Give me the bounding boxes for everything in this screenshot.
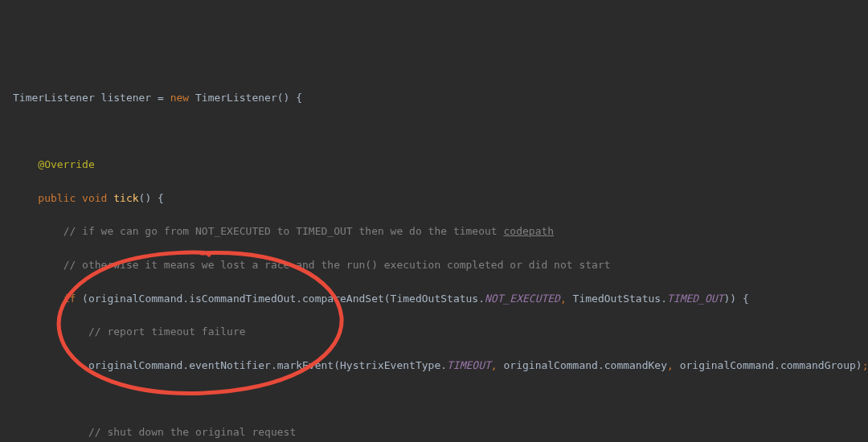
- comment: // shut down the original request: [88, 426, 296, 438]
- annotation-override: @Override: [38, 158, 94, 170]
- code-editor[interactable]: TimerListener listener = new TimerListen…: [13, 73, 868, 442]
- code-line: [13, 124, 868, 141]
- code-line: originalCommand.eventNotifier.markEvent(…: [13, 358, 868, 374]
- code-line: @Override: [13, 157, 868, 174]
- code-line: TimerListener listener = new TimerListen…: [13, 90, 868, 107]
- code-line: // shut down the original request: [13, 424, 868, 441]
- comment: // otherwise it means we lost a race and…: [63, 259, 611, 271]
- code-line: public void tick() {: [13, 190, 868, 207]
- comment: // report timeout failure: [88, 325, 246, 338]
- code-line: // if we can go from NOT_EXECUTED to TIM…: [13, 223, 868, 240]
- code-line: // report timeout failure: [13, 324, 868, 341]
- method-tick: tick: [113, 192, 138, 204]
- comment: // if we can go from NOT_EXECUTED to TIM…: [63, 225, 504, 237]
- code-line: // otherwise it means we lost a race and…: [13, 257, 868, 274]
- code-line: if (originalCommand.isCommandTimedOut.co…: [13, 291, 868, 308]
- code-line: [13, 391, 868, 407]
